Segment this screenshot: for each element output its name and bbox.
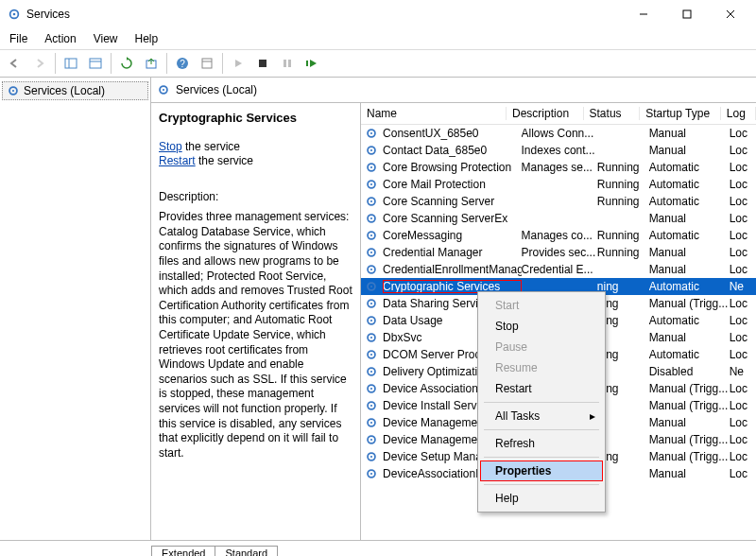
tab-extended[interactable]: Extended <box>151 546 215 556</box>
refresh-button[interactable] <box>115 52 138 75</box>
list-header: Services (Local) <box>151 78 756 103</box>
ctx-stop[interactable]: Stop <box>480 316 603 337</box>
ctx-restart[interactable]: Restart <box>480 378 603 399</box>
back-button[interactable] <box>4 52 26 75</box>
window-title: Services <box>26 8 622 21</box>
tree-pane: Services (Local) <box>0 78 151 540</box>
gear-icon <box>365 195 379 208</box>
row-status: Running <box>597 161 649 174</box>
service-row[interactable]: Core Mail ProtectionRunningAutomaticLoc <box>361 176 756 193</box>
tree-root-services-local[interactable]: Services (Local) <box>2 81 148 100</box>
service-row[interactable]: ConsentUX_685e0Allows Conn...ManualLoc <box>361 125 756 142</box>
properties-button[interactable] <box>196 52 218 75</box>
col-name[interactable]: Name <box>361 107 507 120</box>
menu-view[interactable]: View <box>92 30 120 47</box>
service-row[interactable]: CredentialEnrollmentManag...Credential E… <box>361 261 756 278</box>
gear-icon <box>365 467 379 480</box>
service-row[interactable]: Contact Data_685e0Indexes cont...ManualL… <box>361 142 756 159</box>
row-startup-type: Automatic <box>649 161 730 174</box>
detail-title: Cryptographic Services <box>159 111 352 127</box>
svg-rect-8 <box>90 59 101 68</box>
tab-standard[interactable]: Standard <box>215 546 278 556</box>
row-status: Running <box>597 229 649 242</box>
ctx-start: Start <box>480 295 603 316</box>
col-startup-type[interactable]: Startup Type <box>640 107 721 120</box>
service-row[interactable]: Core Scanning ServerRunningAutomaticLoc <box>361 193 756 210</box>
row-description: Manages se... <box>522 161 597 174</box>
svg-point-50 <box>370 354 372 356</box>
forward-button[interactable] <box>28 52 51 75</box>
svg-point-54 <box>370 388 372 390</box>
help-button[interactable]: ? <box>171 52 194 75</box>
svg-point-26 <box>370 149 372 151</box>
col-description[interactable]: Description <box>507 107 584 120</box>
gear-icon <box>365 416 379 429</box>
export-button[interactable] <box>140 52 163 75</box>
row-name: Core Scanning Server <box>383 195 521 208</box>
toolbar: ? <box>0 50 756 78</box>
ctx-help[interactable]: Help <box>480 488 603 509</box>
description-text: Provides three management services: Cata… <box>159 210 352 460</box>
menu-action[interactable]: Action <box>43 30 77 47</box>
row-startup-type: Automatic <box>649 314 730 327</box>
row-name: Credential Manager <box>383 246 521 259</box>
row-startup-type: Manual <box>649 144 730 157</box>
description-heading: Description: <box>159 190 352 205</box>
gear-icon <box>365 348 379 361</box>
ctx-properties[interactable]: Properties <box>480 460 603 481</box>
row-name: CredentialEnrollmentManag... <box>383 263 521 276</box>
minimize-button[interactable] <box>622 0 665 28</box>
gear-icon <box>365 399 379 412</box>
close-button[interactable] <box>709 0 752 28</box>
row-status: Running <box>597 246 649 259</box>
svg-rect-13 <box>202 59 212 68</box>
context-menu: Start Stop Pause Resume Restart All Task… <box>477 291 606 513</box>
gear-icon <box>365 178 379 191</box>
ctx-all-tasks[interactable]: All Tasks▸ <box>480 406 603 426</box>
row-logon: Loc <box>730 450 756 463</box>
start-service-button[interactable] <box>227 52 249 75</box>
service-row[interactable]: Credential ManagerProvides sec...Running… <box>361 244 756 261</box>
svg-point-30 <box>370 183 372 185</box>
maximize-button[interactable] <box>665 0 709 28</box>
show-hide-tree-button[interactable] <box>60 52 82 75</box>
restart-link[interactable]: Restart <box>159 154 196 167</box>
row-logon: Loc <box>730 382 756 395</box>
menu-file[interactable]: File <box>8 30 29 47</box>
row-description: Manages co... <box>522 229 597 242</box>
row-startup-type: Manual <box>649 263 730 276</box>
svg-point-52 <box>370 371 372 373</box>
ctx-refresh[interactable]: Refresh <box>480 433 603 454</box>
stop-service-button[interactable] <box>251 52 274 75</box>
row-startup-type: Manual <box>649 127 730 140</box>
pause-service-button[interactable] <box>276 52 299 75</box>
service-row[interactable]: Core Scanning ServerExManualLoc <box>361 210 756 227</box>
svg-rect-16 <box>284 60 286 67</box>
row-description: Provides sec... <box>522 246 597 259</box>
svg-point-22 <box>163 89 164 91</box>
restart-service-button[interactable] <box>301 52 323 75</box>
svg-point-58 <box>370 422 372 424</box>
list-header-title: Services (Local) <box>176 83 257 96</box>
menu-help[interactable]: Help <box>133 30 161 47</box>
col-status[interactable]: Status <box>584 107 641 120</box>
export-list-button[interactable] <box>84 52 107 75</box>
gear-icon <box>365 246 379 259</box>
col-logon[interactable]: Log <box>721 107 756 120</box>
svg-point-44 <box>370 303 372 304</box>
svg-rect-6 <box>65 59 77 68</box>
svg-point-20 <box>12 90 14 92</box>
service-row[interactable]: CoreMessagingManages co...RunningAutomat… <box>361 227 756 244</box>
row-startup-type: Manual <box>649 331 730 344</box>
row-name: Core Browsing Protection <box>383 161 521 174</box>
gear-icon <box>365 331 379 344</box>
column-headers: Name Description Status Startup Type Log <box>361 103 756 125</box>
service-row[interactable]: Core Browsing ProtectionManages se...Run… <box>361 159 756 176</box>
gear-icon <box>365 433 379 446</box>
gear-icon <box>365 161 379 174</box>
ctx-pause: Pause <box>480 337 603 357</box>
row-logon: Ne <box>730 280 756 293</box>
svg-point-1 <box>13 13 16 16</box>
row-name: Core Scanning ServerEx <box>383 212 521 225</box>
stop-link[interactable]: Stop <box>159 140 182 153</box>
